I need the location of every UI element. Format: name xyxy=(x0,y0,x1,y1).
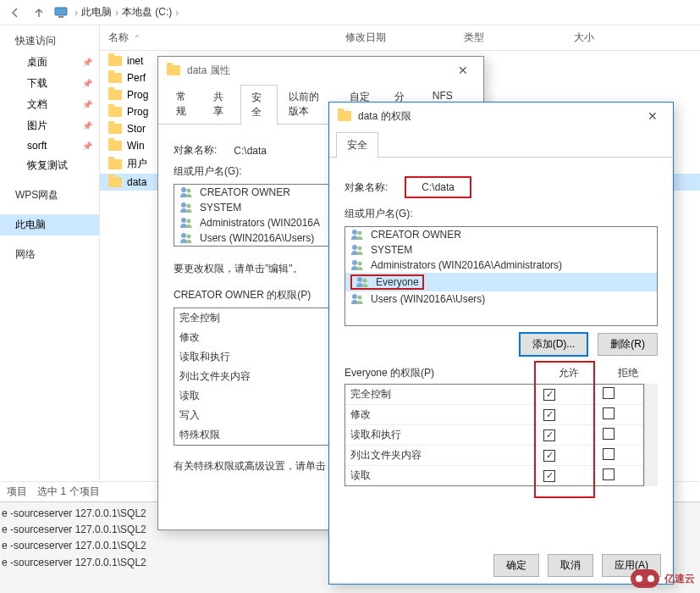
principal-item[interactable]: Everyone xyxy=(345,273,657,291)
scrollbar[interactable] xyxy=(644,384,658,486)
allow-checkbox[interactable] xyxy=(543,430,555,441)
cancel-button[interactable]: 取消 xyxy=(548,554,593,577)
svg-point-8 xyxy=(181,233,186,238)
permissions-title: Everyone 的权限(P) xyxy=(344,366,539,380)
col-name[interactable]: 名称⌃ xyxy=(100,30,337,45)
computer-icon xyxy=(54,6,68,19)
principal-item[interactable]: Users (WIN2016A\Users) xyxy=(345,291,657,307)
object-name-value: C:\data xyxy=(234,145,267,157)
close-button[interactable]: ✕ xyxy=(641,108,664,125)
sidebar-item-downloads[interactable]: 下载 xyxy=(0,73,99,94)
status-items: 项目 xyxy=(7,485,27,497)
users-icon xyxy=(179,186,195,198)
file-name: Stor xyxy=(127,123,146,135)
users-icon xyxy=(179,217,195,229)
folder-icon xyxy=(108,141,122,151)
svg-point-18 xyxy=(352,294,357,299)
folder-icon xyxy=(108,159,122,169)
tab[interactable]: 共享 xyxy=(202,84,240,124)
advanced-hint: 有关特殊权限或高级设置，请单击 xyxy=(174,459,326,474)
principal-name: Administrators (WIN2016A\Administrators) xyxy=(371,259,562,271)
permissions-header: Everyone 的权限(P) 允许 拒绝 xyxy=(344,363,658,384)
users-icon xyxy=(350,259,366,271)
col-size[interactable]: 大小 xyxy=(565,30,633,45)
svg-point-19 xyxy=(358,296,362,300)
sidebar-network[interactable]: 网络 xyxy=(0,244,99,265)
nav-up-button[interactable] xyxy=(30,4,47,21)
principals-list[interactable]: CREATOR OWNERSYSTEMAdministrators (WIN20… xyxy=(344,226,658,326)
add-button[interactable]: 添加(D)... xyxy=(520,333,588,356)
principal-item[interactable]: CREATOR OWNER xyxy=(345,227,657,242)
principal-name: Users (WIN2016A\Users) xyxy=(371,293,485,305)
sidebar-wps[interactable]: WPS网盘 xyxy=(0,185,99,206)
allow-checkbox[interactable] xyxy=(543,409,555,421)
watermark: 亿速云 xyxy=(631,569,695,588)
breadcrumb-thispc[interactable]: 此电脑 xyxy=(81,5,112,19)
remove-button[interactable]: 删除(R) xyxy=(598,333,658,356)
svg-point-13 xyxy=(358,247,362,251)
quick-access-header[interactable]: 快速访问 xyxy=(0,30,99,52)
dialog-titlebar[interactable]: data 属性 ✕ xyxy=(158,57,483,84)
file-name: Prog xyxy=(127,89,148,101)
permission-row: 读取 xyxy=(345,465,643,485)
sidebar-this-pc[interactable]: 此电脑 xyxy=(0,214,99,236)
tab[interactable]: 安全 xyxy=(240,85,278,125)
folder-icon xyxy=(108,56,122,66)
deny-checkbox[interactable] xyxy=(603,428,615,440)
file-name: data xyxy=(127,176,146,188)
sidebar-item-desktop[interactable]: 桌面 xyxy=(0,52,99,73)
allow-checkbox[interactable] xyxy=(543,470,555,482)
users-icon xyxy=(356,276,371,288)
chevron-right-icon: › xyxy=(74,7,78,19)
permission-row: 修改 xyxy=(345,404,643,424)
breadcrumb-drive[interactable]: 本地盘 (C:) xyxy=(122,5,172,19)
principal-name: Everyone xyxy=(376,276,419,288)
deny-header: 拒绝 xyxy=(598,366,658,380)
permission-name: 读取和执行 xyxy=(350,428,520,442)
dialog-titlebar[interactable]: data 的权限 ✕ xyxy=(329,103,673,130)
svg-point-10 xyxy=(352,230,357,235)
principal-item[interactable]: Administrators (WIN2016A\Administrators) xyxy=(345,258,657,273)
sidebar-item-sorft[interactable]: sorft xyxy=(0,136,99,155)
deny-checkbox[interactable] xyxy=(603,468,615,480)
permissions-dialog: data 的权限 ✕ 安全 对象名称: C:\data 组或用户名(G): CR… xyxy=(328,102,674,585)
col-date[interactable]: 修改日期 xyxy=(337,30,455,45)
edit-hint: 要更改权限，请单击"编辑"。 xyxy=(174,262,303,276)
sort-asc-icon: ⌃ xyxy=(134,34,141,42)
folder-icon xyxy=(167,65,180,75)
tab-security[interactable]: 安全 xyxy=(336,132,378,158)
col-type[interactable]: 类型 xyxy=(455,30,565,45)
principal-item[interactable]: SYSTEM xyxy=(345,242,657,258)
watermark-text: 亿速云 xyxy=(664,572,695,586)
sidebar-item-pictures[interactable]: 图片 xyxy=(0,115,99,136)
svg-point-14 xyxy=(352,260,357,265)
deny-checkbox[interactable] xyxy=(603,448,615,460)
chevron-right-icon: › xyxy=(115,7,119,19)
ok-button[interactable]: 确定 xyxy=(493,554,539,577)
principal-name: Administrators (WIN2016A xyxy=(200,217,320,229)
nav-back-button[interactable] xyxy=(7,4,24,21)
permissions-table: 完全控制修改读取和执行列出文件夹内容读取 xyxy=(344,384,644,486)
permission-row: 读取和执行 xyxy=(345,424,643,445)
principal-name: SYSTEM xyxy=(200,202,241,213)
deny-checkbox[interactable] xyxy=(603,407,615,419)
dialog-body: 对象名称: C:\data 组或用户名(G): CREATOR OWNERSYS… xyxy=(329,158,673,498)
principal-name: CREATOR OWNER xyxy=(371,229,461,241)
users-icon xyxy=(350,229,366,241)
tab[interactable]: 常规 xyxy=(165,84,202,124)
deny-checkbox[interactable] xyxy=(603,387,615,399)
allow-checkbox[interactable] xyxy=(543,389,555,401)
allow-checkbox[interactable] xyxy=(543,450,555,462)
permission-name: 修改 xyxy=(350,407,520,422)
svg-point-11 xyxy=(358,231,362,236)
sidebar-item-recoverytest[interactable]: 恢复测试 xyxy=(0,155,99,176)
sidebar-item-documents[interactable]: 文档 xyxy=(0,94,99,115)
close-button[interactable]: ✕ xyxy=(451,62,475,79)
breadcrumb[interactable]: › 此电脑 › 本地盘 (C:) › xyxy=(74,5,179,19)
svg-point-4 xyxy=(181,202,186,208)
permission-name: 列出文件夹内容 xyxy=(350,448,520,463)
svg-point-17 xyxy=(363,279,367,283)
column-headers[interactable]: 名称⌃ 修改日期 类型 大小 xyxy=(100,25,700,51)
object-name-value: C:\data xyxy=(405,176,471,198)
folder-icon xyxy=(108,124,122,134)
